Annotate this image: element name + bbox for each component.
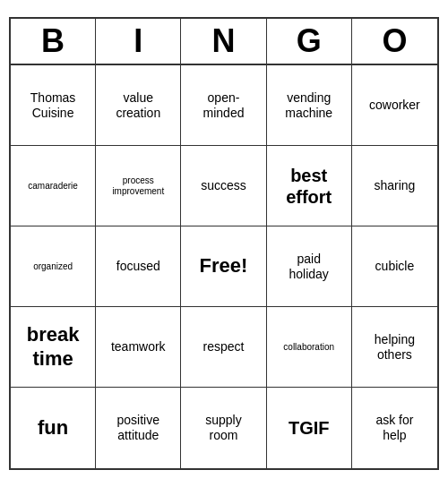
- header-letter-n: N: [181, 19, 266, 64]
- bingo-cell-3: vendingmachine: [267, 65, 352, 146]
- bingo-cell-10: organized: [11, 226, 96, 307]
- bingo-cell-23: TGIF: [267, 388, 352, 468]
- header-letter-o: O: [352, 19, 437, 64]
- header-letter-i: I: [96, 19, 181, 64]
- bingo-cell-19: helpingothers: [352, 307, 437, 388]
- bingo-cell-1: valuecreation: [96, 65, 181, 146]
- bingo-cell-20: fun: [11, 388, 96, 468]
- bingo-cell-4: coworker: [352, 65, 437, 146]
- bingo-cell-15: breaktime: [11, 307, 96, 388]
- bingo-cell-11: focused: [96, 226, 181, 307]
- bingo-cell-13: paidholiday: [267, 226, 352, 307]
- bingo-cell-12: Free!: [181, 226, 266, 307]
- bingo-header: BINGO: [11, 19, 437, 65]
- bingo-cell-7: success: [181, 146, 266, 226]
- bingo-cell-14: cubicle: [352, 226, 437, 307]
- bingo-cell-22: supplyroom: [181, 388, 266, 468]
- bingo-cell-21: positiveattitude: [96, 388, 181, 468]
- bingo-cell-9: sharing: [352, 146, 437, 226]
- bingo-cell-16: teamwork: [96, 307, 181, 388]
- bingo-cell-24: ask forhelp: [352, 388, 437, 468]
- bingo-cell-8: besteffort: [267, 146, 352, 226]
- bingo-grid: ThomasCuisinevaluecreationopen-mindedven…: [11, 65, 437, 468]
- bingo-cell-17: respect: [181, 307, 266, 388]
- header-letter-g: G: [267, 19, 352, 64]
- bingo-cell-0: ThomasCuisine: [11, 65, 96, 146]
- bingo-cell-6: processimprovement: [96, 146, 181, 226]
- header-letter-b: B: [11, 19, 96, 64]
- bingo-cell-18: collaboration: [267, 307, 352, 388]
- bingo-cell-5: camaraderie: [11, 146, 96, 226]
- bingo-card: BINGO ThomasCuisinevaluecreationopen-min…: [9, 17, 439, 470]
- bingo-cell-2: open-minded: [181, 65, 266, 146]
